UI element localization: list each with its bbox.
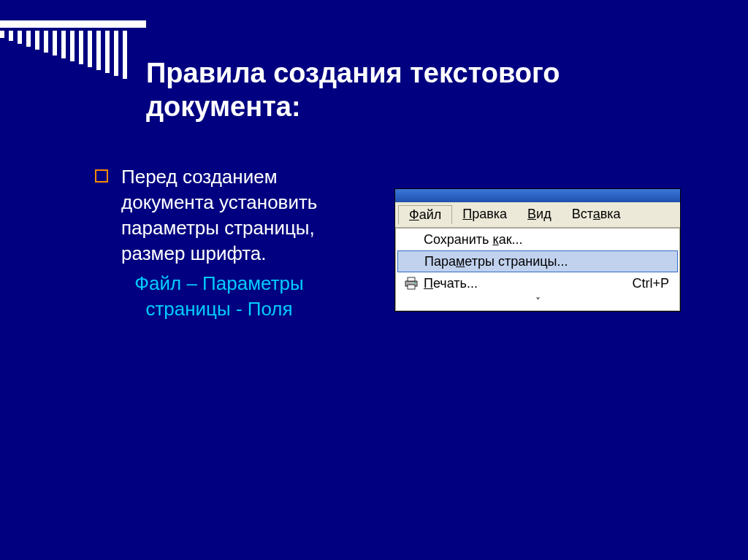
menuitem-save-as-label: Сохранить как... xyxy=(424,232,669,248)
svg-rect-1 xyxy=(408,277,415,281)
expand-chevron-icon[interactable]: ˅ xyxy=(396,294,679,310)
slide-title: Правила создания текстового документа: xyxy=(146,57,657,123)
decor-bars-vertical xyxy=(0,31,127,79)
slide-body: Перед созданием документа установить пар… xyxy=(95,164,343,323)
pagesetup-pre: Пара xyxy=(424,254,456,269)
menu-view-post: ид xyxy=(536,207,552,221)
saveas-accel: к xyxy=(492,232,498,247)
decor-bar-horizontal xyxy=(0,20,146,28)
saveas-post: ак... xyxy=(499,232,523,247)
menu-insert[interactable]: Вставка xyxy=(562,205,631,223)
menu-insert-accel: а xyxy=(593,207,600,221)
menu-edit[interactable]: Правка xyxy=(452,205,517,223)
menu-file[interactable]: Файл xyxy=(398,205,452,224)
pagesetup-accel: м xyxy=(456,254,465,269)
bullet-item: Перед созданием документа установить пар… xyxy=(95,164,343,266)
menu-screenshot: Файл Правка Вид Вставка Сохранить как... xyxy=(394,188,681,312)
menuitem-print[interactable]: Печать... Ctrl+P xyxy=(396,272,679,294)
menuitem-save-as[interactable]: Сохранить как... xyxy=(396,229,679,250)
menu-insert-pre: Вст xyxy=(572,207,593,221)
slide: Правила создания текстового документа: П… xyxy=(0,0,748,560)
window-titlebar xyxy=(395,189,680,202)
menu-view-accel: В xyxy=(527,207,536,221)
print-post: ечать... xyxy=(433,276,478,291)
menu-file-accel: Ф xyxy=(409,207,419,222)
saveas-pre: Сохранить xyxy=(424,232,492,247)
menuitem-page-setup[interactable]: Параметры страницы... xyxy=(397,250,678,272)
menu-insert-post: вка xyxy=(600,207,621,221)
menuitem-print-label: Печать... xyxy=(424,276,632,291)
menuitem-page-setup-label: Параметры страницы... xyxy=(424,254,668,269)
menu-view[interactable]: Вид xyxy=(517,205,562,223)
menuitem-print-shortcut: Ctrl+P xyxy=(632,276,669,291)
menubar: Файл Правка Вид Вставка xyxy=(395,202,680,228)
bullet-marker xyxy=(95,169,108,183)
file-dropdown: Сохранить как... Параметры страницы... xyxy=(395,228,680,311)
menu-edit-accel: П xyxy=(462,207,472,221)
printer-icon xyxy=(399,277,424,290)
svg-rect-2 xyxy=(408,285,415,289)
highlight-text: Файл – Параметры страницы - Поля xyxy=(95,271,343,322)
menu-file-post: айл xyxy=(419,207,442,222)
svg-point-3 xyxy=(415,282,416,283)
pagesetup-post: етры страницы... xyxy=(465,254,568,269)
print-accel: П xyxy=(424,276,433,291)
menu-edit-post: равка xyxy=(472,207,507,221)
bullet-text: Перед созданием документа установить пар… xyxy=(121,164,343,266)
